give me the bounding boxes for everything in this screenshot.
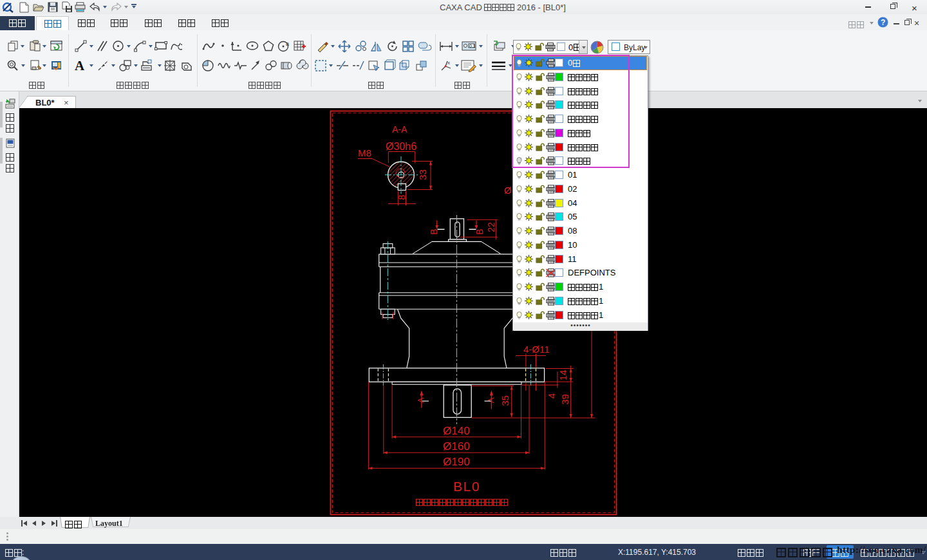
svg-text:Ø140: Ø140 xyxy=(443,425,470,437)
svg-text:33: 33 xyxy=(417,169,428,180)
svg-text:8: 8 xyxy=(397,194,407,200)
svg-text:35: 35 xyxy=(500,395,510,406)
svg-text:Ø30h6: Ø30h6 xyxy=(386,141,417,152)
svg-text:39: 39 xyxy=(559,394,570,405)
svg-text:M8: M8 xyxy=(358,147,371,158)
svg-text:4-Ø11: 4-Ø11 xyxy=(523,344,550,355)
svg-text:B: B xyxy=(429,229,439,234)
svg-text:22: 22 xyxy=(486,222,496,232)
svg-text:A: A xyxy=(486,397,496,403)
svg-text:A: A xyxy=(416,397,426,403)
svg-text:BL0: BL0 xyxy=(453,479,480,494)
svg-text:Ø190: Ø190 xyxy=(443,456,470,468)
svg-text:A-A: A-A xyxy=(392,124,407,135)
svg-text:Ø160: Ø160 xyxy=(443,440,470,453)
svg-text:14: 14 xyxy=(557,370,568,381)
svg-text:4: 4 xyxy=(546,393,557,398)
